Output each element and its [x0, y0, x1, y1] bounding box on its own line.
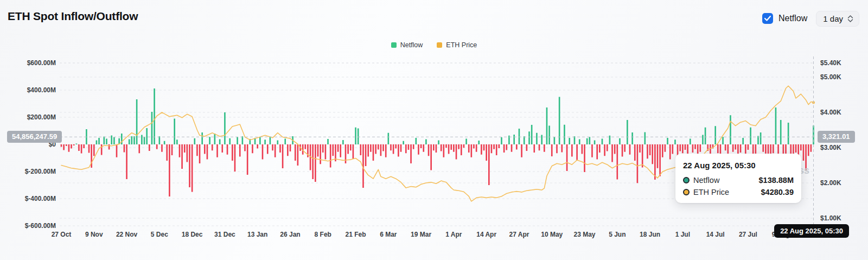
netflow-bar[interactable]: [742, 138, 744, 144]
netflow-bar[interactable]: [478, 141, 480, 144]
netflow-bar[interactable]: [727, 144, 729, 154]
netflow-bar[interactable]: [131, 136, 133, 144]
netflow-bar[interactable]: [582, 144, 583, 154]
netflow-bar[interactable]: [264, 139, 266, 144]
netflow-bar[interactable]: [297, 144, 299, 166]
netflow-bar[interactable]: [227, 144, 228, 155]
netflow-bar[interactable]: [496, 144, 497, 155]
netflow-bar[interactable]: [548, 126, 550, 145]
netflow-bar[interactable]: [395, 144, 397, 149]
netflow-bar[interactable]: [685, 144, 686, 150]
netflow-bar[interactable]: [234, 144, 236, 172]
netflow-bar[interactable]: [199, 144, 201, 163]
netflow-bar[interactable]: [282, 144, 284, 168]
netflow-bar[interactable]: [599, 144, 601, 153]
netflow-bar[interactable]: [722, 137, 724, 144]
netflow-bar[interactable]: [159, 136, 161, 144]
netflow-bar[interactable]: [533, 144, 535, 153]
netflow-bar[interactable]: [295, 144, 296, 161]
netflow-bar[interactable]: [221, 144, 223, 153]
netflow-bar[interactable]: [674, 139, 676, 144]
netflow-bar[interactable]: [735, 144, 736, 150]
netflow-bar[interactable]: [279, 144, 281, 153]
netflow-bar[interactable]: [340, 144, 341, 157]
netflow-bar[interactable]: [564, 125, 565, 144]
netflow-bar[interactable]: [672, 144, 674, 154]
netflow-bar[interactable]: [649, 144, 651, 155]
netflow-bar[interactable]: [438, 141, 439, 145]
netflow-bar[interactable]: [629, 144, 631, 155]
netflow-bar[interactable]: [262, 144, 264, 160]
netflow-bar[interactable]: [732, 144, 734, 152]
netflow-bar[interactable]: [473, 144, 475, 149]
netflow-bar[interactable]: [705, 128, 706, 144]
netflow-bar[interactable]: [788, 123, 789, 144]
netflow-bar[interactable]: [219, 139, 221, 145]
netflow-bar[interactable]: [757, 136, 759, 145]
netflow-bar[interactable]: [138, 144, 140, 153]
netflow-bar[interactable]: [270, 137, 271, 145]
netflow-bar[interactable]: [611, 144, 613, 162]
netflow-bar[interactable]: [101, 144, 103, 155]
netflow-bar[interactable]: [382, 144, 384, 151]
netflow-bar[interactable]: [596, 144, 598, 160]
netflow-bar[interactable]: [571, 144, 573, 157]
netflow-bar[interactable]: [189, 144, 190, 187]
netflow-bar[interactable]: [239, 144, 241, 157]
netflow-bar[interactable]: [209, 137, 210, 144]
netflow-bar[interactable]: [420, 144, 422, 148]
netflow-bar[interactable]: [136, 99, 138, 144]
netflow-bar[interactable]: [96, 141, 98, 145]
netflow-bar[interactable]: [287, 144, 289, 156]
netflow-bar[interactable]: [320, 144, 321, 164]
netflow-bar[interactable]: [531, 125, 533, 144]
netflow-bar[interactable]: [554, 137, 556, 144]
netflow-bar[interactable]: [516, 144, 518, 150]
netflow-bar[interactable]: [181, 144, 183, 169]
netflow-bar[interactable]: [124, 144, 125, 153]
netflow-bar[interactable]: [803, 144, 805, 161]
netflow-bar[interactable]: [584, 144, 585, 172]
netflow-bar[interactable]: [224, 112, 226, 144]
netflow-bar[interactable]: [229, 138, 231, 144]
netflow-bar[interactable]: [174, 119, 175, 145]
netflow-bar[interactable]: [773, 144, 774, 153]
netflow-bar[interactable]: [483, 144, 485, 150]
netflow-bar[interactable]: [488, 144, 490, 185]
netflow-bar[interactable]: [476, 144, 477, 152]
netflow-bar[interactable]: [521, 144, 522, 157]
netflow-bar[interactable]: [370, 144, 372, 152]
netflow-bar[interactable]: [129, 139, 130, 145]
netflow-bar[interactable]: [591, 144, 593, 157]
netflow-bar[interactable]: [73, 144, 75, 145]
netflow-bar[interactable]: [513, 135, 515, 144]
netflow-bar[interactable]: [342, 140, 344, 144]
netflow-bar[interactable]: [367, 144, 369, 157]
netflow-bar[interactable]: [579, 139, 580, 145]
netflow-bar[interactable]: [762, 144, 764, 152]
netflow-bar[interactable]: [755, 144, 757, 155]
netflow-bar[interactable]: [327, 139, 329, 144]
netflow-bar[interactable]: [408, 144, 410, 150]
netflow-bar[interactable]: [413, 144, 414, 149]
netflow-bar[interactable]: [667, 138, 668, 144]
netflow-bar[interactable]: [725, 144, 726, 150]
netflow-bar[interactable]: [622, 144, 623, 157]
netflow-bar[interactable]: [694, 144, 696, 149]
netflow-bar[interactable]: [106, 139, 107, 145]
netflow-bar[interactable]: [378, 144, 379, 150]
netflow-bar[interactable]: [166, 144, 168, 161]
netflow-bar[interactable]: [750, 128, 751, 144]
netflow-bar[interactable]: [93, 144, 95, 156]
netflow-bar[interactable]: [380, 144, 382, 156]
netflow-bar[interactable]: [156, 144, 158, 149]
netflow-bar[interactable]: [232, 144, 233, 161]
netflow-bar[interactable]: [373, 144, 374, 161]
netflow-bar[interactable]: [71, 144, 72, 149]
netflow-bar[interactable]: [501, 137, 502, 144]
netflow-bar[interactable]: [242, 136, 244, 144]
netflow-bar[interactable]: [257, 144, 258, 149]
netflow-bar[interactable]: [385, 144, 387, 157]
netflow-bar[interactable]: [252, 144, 253, 153]
netflow-bar[interactable]: [337, 144, 339, 152]
